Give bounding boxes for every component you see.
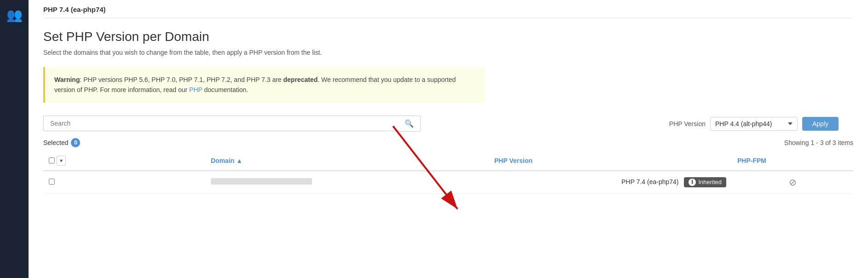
domain-col-label: Domain ▲ (211, 157, 243, 164)
selected-label: Selected (43, 139, 68, 146)
row-phpver-cell: PHP 7.4 (ea-php74) ℹ Inherited (489, 171, 732, 194)
php-version-select[interactable]: PHP 4.4 (alt-php44) PHP 5.6 (ea-php56) P… (710, 117, 798, 131)
row-checkbox-cell (43, 171, 205, 194)
apply-button[interactable]: Apply (802, 117, 839, 131)
warning-bold: Warning (54, 76, 80, 83)
fpm-disabled-icon: ⊘ (789, 177, 797, 187)
table-header-row: ▾ Domain ▲ PHP Version PHP-FPM (43, 151, 853, 171)
domain-placeholder (211, 178, 312, 185)
row-domain-cell (205, 171, 489, 194)
top-bar: PHP 7.4 (ea-php74) (43, 0, 853, 18)
top-area: Set PHP Version per Domain Select the do… (43, 29, 853, 194)
row-checkbox[interactable] (49, 179, 55, 185)
th-phpfpm[interactable]: PHP-FPM (732, 151, 853, 171)
data-table: ▾ Domain ▲ PHP Version PHP-FPM (43, 151, 853, 194)
select-dropdown-button[interactable]: ▾ (57, 156, 66, 166)
phpfpm-col-label: PHP-FPM (737, 157, 766, 164)
th-select: ▾ (43, 151, 205, 171)
php-doc-link[interactable]: PHP (189, 86, 203, 93)
selected-badge: Selected 0 (43, 138, 80, 147)
th-domain[interactable]: Domain ▲ (205, 151, 489, 171)
selected-count: 0 (71, 138, 80, 147)
page-title: Set PHP Version per Domain (43, 29, 853, 44)
warning-deprecated: deprecated (284, 76, 318, 83)
inherited-info-icon: ℹ (689, 179, 696, 186)
row-php-version: PHP 7.4 (ea-php74) (621, 178, 678, 185)
inherited-badge: ℹ Inherited (684, 177, 726, 187)
table-row: PHP 7.4 (ea-php74) ℹ Inherited ⊘ (43, 171, 853, 194)
table-toolbar: Selected 0 Showing 1 - 3 of 3 items (43, 138, 853, 147)
main-content: PHP 7.4 (ea-php74) Set PHP Version per D… (29, 0, 868, 278)
php-version-panel: PHP Version PHP 4.4 (alt-php44) PHP 5.6 … (669, 117, 839, 131)
row-phpfpm-cell: ⊘ (732, 171, 853, 194)
page-subtitle: Select the domains that you wish to chan… (43, 49, 853, 56)
php-version-label: PHP Version (669, 120, 706, 127)
phpver-col-label: PHP Version (494, 157, 532, 164)
users-icon[interactable]: 👥 (6, 7, 23, 23)
inherited-label: Inherited (698, 179, 722, 185)
warning-box: Warning: PHP versions PHP 5.6, PHP 7.0, … (43, 67, 485, 103)
search-input[interactable] (43, 116, 398, 131)
sidebar: 👥 (0, 0, 29, 278)
select-all-checkbox[interactable] (49, 157, 55, 163)
search-button[interactable]: 🔍 (398, 116, 421, 132)
top-bar-title: PHP 7.4 (ea-php74) (43, 6, 106, 13)
search-icon: 🔍 (405, 120, 414, 127)
th-phpversion[interactable]: PHP Version (489, 151, 732, 171)
showing-text: Showing 1 - 3 of 3 items (784, 139, 853, 146)
search-bar: 🔍 (43, 116, 421, 132)
